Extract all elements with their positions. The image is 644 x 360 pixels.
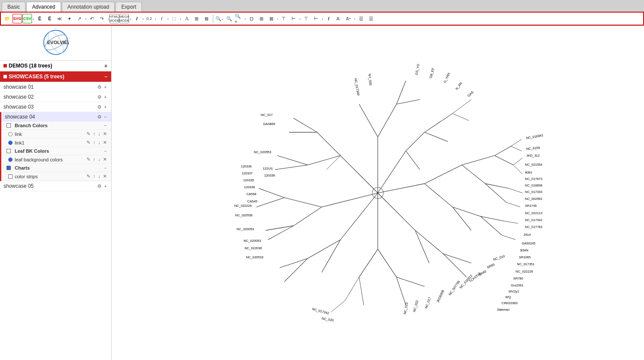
showcase-03-settings[interactable]: ⚙ [96,104,103,110]
showcase-04-item[interactable]: showcase 04 ⚙ − Branch Colors − [0,112,111,181]
leaf-bk-checkbox[interactable] [6,149,11,153]
csv-icon[interactable]: CSV [22,14,32,23]
charts-title: Charts [15,165,30,170]
color-strips-item[interactable]: color strips ✎ ↑ ↓ ✕ [1,172,111,181]
layout-icon[interactable]: ⊠ [202,14,211,23]
sep-dot-1: • [33,17,34,21]
branch-link1-down[interactable]: ↓ [97,140,102,145]
left-align-icon[interactable]: ⊢ [289,14,298,23]
leaf-bk-header[interactable]: Leaf BK Colors − [1,147,111,155]
color-strips-checkbox[interactable] [8,174,13,179]
demos-expand-btn[interactable]: + [104,62,108,69]
color-strips-delete[interactable]: ✕ [102,174,108,179]
italic2-icon[interactable]: I [324,14,333,23]
crop-icon[interactable]: ⊠ [266,14,276,23]
zoom-reset-icon[interactable]: 🔍 [224,14,234,23]
color-strips-up[interactable]: ↑ [92,174,96,179]
charts-checkbox[interactable] [6,166,11,170]
color-strips-edit[interactable]: ✎ [86,174,91,179]
font-decrease-icon[interactable]: A- [334,14,343,23]
leaf-bg-radio[interactable] [8,158,13,162]
showcase-05-item[interactable]: showcase 05 ⚙ + [0,181,111,191]
charts-collapse[interactable]: − [103,165,108,170]
branch-link1-edit[interactable]: ✎ [86,140,91,145]
menu-icon[interactable]: ☰ [366,14,376,23]
tree-canvas[interactable]: NC_016941 NC_6159 JKD_312 NC_021554 8081… [112,26,644,360]
tree-star-icon[interactable]: ✦ [65,14,74,23]
select-icon[interactable]: ⊡ [247,14,256,23]
branch-colors-collapse[interactable]: − [103,123,108,128]
zoom-out-icon[interactable]: 🔍- [215,14,224,23]
branch-link-edit[interactable]: ✎ [86,131,91,137]
svg-icon[interactable]: SVG [13,14,22,23]
showcases-collapse-btn[interactable]: − [104,73,108,80]
tab-advanced[interactable]: Advanced [26,2,61,12]
grid-icon[interactable]: ⊞ [192,14,202,23]
showcase-01-add[interactable]: + [103,84,108,90]
branch-link-down[interactable]: ↓ [97,131,102,137]
open-file-icon[interactable]: 📁 [3,14,12,23]
top-align2-icon[interactable]: ⊤ [301,14,311,23]
branch-link1-up[interactable]: ↑ [92,140,96,145]
tab-export[interactable]: Export [115,2,142,12]
tree-collapse-icon[interactable]: Ē [45,14,54,23]
font-increase-icon[interactable]: A+ [344,14,353,23]
align-icon[interactable]: 𝔸 [182,14,192,23]
showcase-04-row[interactable]: showcase 04 ⚙ − [1,112,111,122]
node-size-icon[interactable]: ⬚ [170,14,179,23]
showcase-05-settings[interactable]: ⚙ [96,183,103,189]
showcase-05-add[interactable]: + [103,183,108,189]
charts-header[interactable]: Charts − [1,164,111,172]
showcase-02-item[interactable]: showcase 02 ⚙ + [0,92,111,102]
showcase-04-label: showcase 04 [5,114,96,120]
showcases-section-header[interactable]: SHOWCASES (5 trees) − [0,71,111,82]
leaf-upper-left-3: 120335 [243,178,254,182]
showcase-03-item[interactable]: showcase 03 ⚙ + [0,102,111,112]
leaf-bg-down[interactable]: ↓ [97,157,102,162]
showcase-01-item[interactable]: showcase 01 ⚙ + [0,82,111,92]
leaf-bg-delete[interactable]: ✕ [102,157,108,162]
branch-link1-item[interactable]: link1 ✎ ↑ ↓ ✕ [1,138,111,147]
font-icon[interactable]: I [157,14,167,23]
select2-icon[interactable]: ⊞ [256,14,266,23]
list-icon[interactable]: ☰ [356,14,366,23]
showcase-04-collapse[interactable]: − [103,114,108,120]
tree-expand-icon[interactable]: Ē [35,14,45,23]
showcase-05-label: showcase 05 [3,183,96,189]
rotate-cw-icon[interactable]: ↷ [97,14,107,23]
logo-icon: EVOLVIEW [43,29,69,55]
top-align-icon[interactable]: ⊤ [279,14,288,23]
showcase-03-add[interactable]: + [103,104,108,110]
showcase-02-add[interactable]: + [103,94,108,100]
branch-link-delete[interactable]: ✕ [102,131,108,137]
zoom-in-icon[interactable]: 🔍+ [234,14,244,23]
tree-left-icon[interactable]: ≪ [55,14,64,23]
leaf-bg-edit[interactable]: ✎ [86,157,91,162]
leaf-bg-item[interactable]: leaf background colors ✎ ↑ ↓ ✕ [1,155,111,164]
branch-link1-delete[interactable]: ✕ [102,140,108,145]
branch-link-up[interactable]: ↑ [92,131,96,137]
branch-colors-header[interactable]: Branch Colors − [1,122,111,130]
tab-basic[interactable]: Basic [2,2,26,12]
rotate-ccw-icon[interactable]: ↶ [87,14,97,23]
showcase-01-settings[interactable]: ⚙ [96,84,103,90]
italic-icon[interactable]: I [132,14,141,23]
tab-annotation[interactable]: Annotation upload [62,2,115,12]
leaf-bg-up[interactable]: ↑ [92,157,96,162]
branch-link1-radio[interactable] [8,141,13,145]
showcase-04-settings[interactable]: ⚙ [96,114,103,120]
mega-mode-icon[interactable]: MEGAMODE [119,14,129,23]
tree-radial-icon[interactable]: ↗ [75,14,84,23]
branch-link-item[interactable]: link ✎ ↑ ↓ ✕ [1,130,111,138]
leaf-bk-collapse[interactable]: − [103,148,108,154]
branch-colors-checkbox[interactable] [6,123,11,128]
html-mode-icon[interactable]: HTMLMODE [109,14,119,23]
demos-section-header[interactable]: DEMOS (18 trees) + [0,61,111,71]
branch-link-radio[interactable] [8,132,13,136]
branch-colors-section: Branch Colors − link ✎ ↑ ↓ ✕ [1,122,111,147]
left-align2-icon[interactable]: ⊢ [311,14,321,23]
font-size-icon[interactable]: 0.2 [144,14,154,23]
leaf-label-left-upper-3: 120336 [264,174,275,177]
showcase-02-settings[interactable]: ⚙ [96,94,103,100]
color-strips-down[interactable]: ↓ [97,174,102,179]
